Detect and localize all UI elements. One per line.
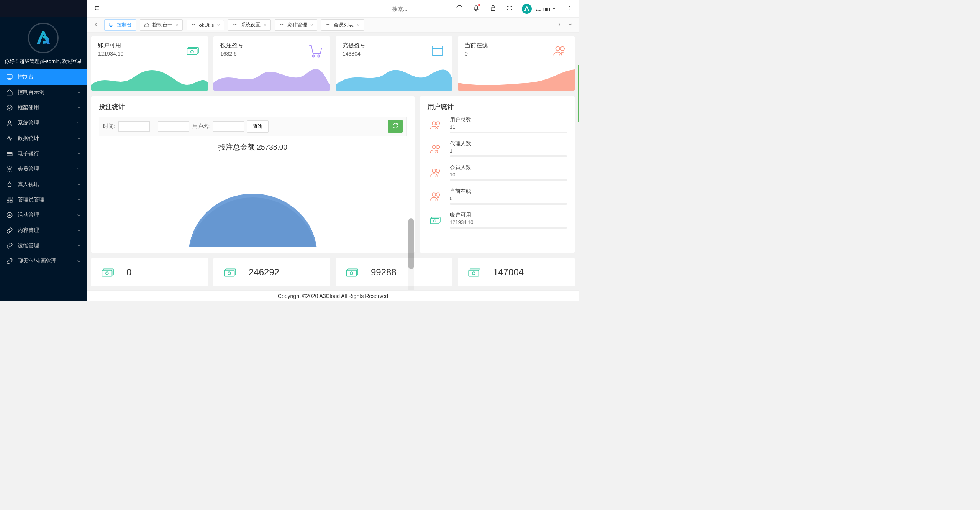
stat-value: 0 bbox=[465, 51, 488, 57]
chart-title: 投注总金额:25738.00 bbox=[99, 142, 407, 152]
scrollbar-thumb[interactable] bbox=[408, 218, 414, 269]
close-icon[interactable]: × bbox=[264, 22, 267, 28]
menu-item-content[interactable]: 内容管理 bbox=[0, 223, 87, 238]
menu-item-framework[interactable]: 框架使用 bbox=[0, 100, 87, 115]
menu-item-admin[interactable]: 管理员管理 bbox=[0, 192, 87, 207]
refresh-icon bbox=[456, 5, 463, 12]
more-button[interactable] bbox=[566, 5, 572, 12]
pie-chart-svg bbox=[99, 155, 407, 247]
menu-item-ebank[interactable]: 电子银行 bbox=[0, 146, 87, 161]
tab-console[interactable]: 控制台 bbox=[104, 19, 136, 31]
caret-down-icon[interactable] bbox=[552, 7, 556, 11]
svg-rect-16 bbox=[187, 49, 197, 55]
stat-cards-row: 账户可用121934.10 投注盈亏1682.6 充提盈亏143804 bbox=[91, 36, 575, 91]
menu-label: 管理员管理 bbox=[18, 196, 44, 203]
menu-item-console[interactable]: 控制台 bbox=[0, 69, 87, 85]
refresh-button[interactable] bbox=[456, 5, 463, 13]
close-icon[interactable]: × bbox=[217, 22, 220, 28]
menu-label: 会员管理 bbox=[18, 166, 39, 173]
svg-rect-20 bbox=[432, 46, 443, 56]
menu-item-stats[interactable]: 数据统计 bbox=[0, 131, 87, 146]
menu-item-system[interactable]: 系统管理 bbox=[0, 115, 87, 131]
notification-button[interactable] bbox=[473, 5, 480, 13]
menu-item-member[interactable]: 会员管理 bbox=[0, 161, 87, 177]
tab-lottery[interactable]: 彩种管理× bbox=[275, 19, 318, 31]
gear-icon bbox=[6, 166, 13, 173]
username[interactable]: admin bbox=[536, 6, 550, 12]
menu-toggle[interactable] bbox=[93, 5, 100, 13]
ok-icon bbox=[6, 104, 13, 111]
tabs-scroll-right[interactable] bbox=[554, 22, 565, 28]
sidebar-top-strip bbox=[0, 0, 87, 17]
palm-icon bbox=[325, 22, 331, 28]
bottom-cards-row: 0 246292 99288 147004 bbox=[91, 258, 575, 286]
chevron-left-icon bbox=[93, 22, 98, 27]
chevron-down-icon bbox=[77, 105, 81, 110]
user-stat-row: 代理人数1 bbox=[428, 140, 567, 157]
tab-console-one[interactable]: 控制台一× bbox=[140, 19, 183, 31]
reset-button[interactable] bbox=[388, 120, 403, 133]
svg-rect-34 bbox=[431, 219, 439, 224]
search-input[interactable] bbox=[392, 6, 446, 12]
content: 账户可用121934.10 投注盈亏1682.6 充提盈亏143804 bbox=[87, 33, 579, 301]
user-icon bbox=[6, 120, 13, 127]
close-icon[interactable]: × bbox=[175, 22, 179, 28]
user-stat-value: 10 bbox=[450, 172, 567, 178]
close-icon[interactable]: × bbox=[310, 22, 313, 28]
tabs-scroll-left[interactable] bbox=[90, 22, 101, 28]
menu-item-activity[interactable]: 活动管理 bbox=[0, 207, 87, 223]
panel-scrollbar[interactable] bbox=[408, 218, 414, 301]
avatar[interactable] bbox=[522, 4, 532, 14]
tab-label: 系统设置 bbox=[241, 21, 261, 28]
tab-member-list[interactable]: 会员列表× bbox=[321, 19, 364, 31]
palm-icon bbox=[279, 22, 284, 28]
fullscreen-button[interactable] bbox=[506, 5, 513, 12]
link-icon bbox=[6, 242, 13, 249]
range-sep: - bbox=[153, 123, 155, 130]
chevron-down-icon bbox=[77, 121, 81, 125]
droplet-icon bbox=[6, 181, 13, 188]
username-input[interactable] bbox=[213, 121, 244, 132]
chevron-right-icon bbox=[557, 22, 562, 27]
menu-item-chat[interactable]: 聊天室/动画管理 bbox=[0, 253, 87, 269]
tabs-dropdown[interactable] bbox=[565, 22, 575, 28]
progress-bar bbox=[450, 132, 567, 133]
home-icon bbox=[144, 22, 149, 28]
lock-button[interactable] bbox=[490, 5, 497, 13]
chevron-down-icon bbox=[77, 259, 81, 263]
palm-icon bbox=[232, 22, 238, 28]
stat-value: 121934.10 bbox=[98, 51, 123, 57]
progress-bar bbox=[450, 227, 567, 229]
stat-title: 投注盈亏 bbox=[220, 42, 243, 49]
svg-point-11 bbox=[569, 6, 570, 7]
wave-chart bbox=[213, 66, 330, 91]
svg-point-2 bbox=[8, 121, 11, 123]
svg-point-22 bbox=[560, 47, 565, 51]
query-button[interactable]: 查询 bbox=[247, 120, 269, 133]
time-label: 时间: bbox=[103, 123, 115, 130]
menu-item-live[interactable]: 真人视讯 bbox=[0, 177, 87, 192]
svg-point-21 bbox=[556, 47, 560, 51]
user-stat-row: 用户总数11 bbox=[428, 117, 567, 133]
user-stat-value: 1 bbox=[450, 148, 567, 154]
chevron-down-icon bbox=[567, 22, 573, 27]
welcome-text: 你好！超级管理员-admin, 欢迎登录 bbox=[0, 55, 87, 69]
user-label: 用户名: bbox=[192, 123, 210, 130]
chevron-down-icon bbox=[77, 151, 81, 156]
time-from-input[interactable] bbox=[118, 121, 150, 132]
close-icon[interactable]: × bbox=[357, 22, 360, 28]
tab-system-settings[interactable]: 系统设置× bbox=[228, 19, 271, 31]
sidebar-menu: 控制台 控制台示例 框架使用 系统管理 数据统计 bbox=[0, 69, 87, 269]
page-scroll-indicator[interactable] bbox=[578, 65, 579, 122]
menu-item-ops[interactable]: 运维管理 bbox=[0, 238, 87, 253]
svg-rect-10 bbox=[491, 8, 495, 11]
link-icon bbox=[6, 227, 13, 234]
svg-rect-5 bbox=[7, 197, 9, 199]
time-to-input[interactable] bbox=[158, 121, 189, 132]
svg-point-30 bbox=[436, 169, 440, 173]
tab-okutils[interactable]: okUtils× bbox=[187, 20, 225, 30]
bet-chart: 投注总金额:25738.00 bbox=[99, 142, 407, 247]
menu-label: 控制台 bbox=[18, 74, 34, 81]
menu-item-console-demo[interactable]: 控制台示例 bbox=[0, 85, 87, 100]
svg-point-29 bbox=[432, 169, 436, 173]
